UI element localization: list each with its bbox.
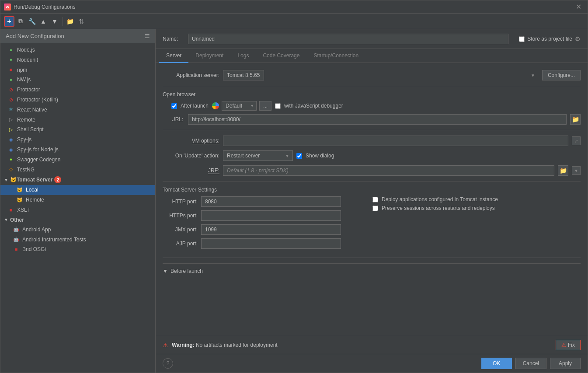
js-debugger-checkbox[interactable] xyxy=(275,103,281,109)
on-update-select[interactable]: Restart server xyxy=(223,150,293,161)
sidebar-item-spy-js-node[interactable]: ◈ Spy-js for Node.js xyxy=(0,145,155,155)
preserve-sessions-checkbox[interactable] xyxy=(372,206,378,211)
separator-1 xyxy=(163,86,581,86)
other-section[interactable]: ▼ Other xyxy=(0,215,155,225)
move-down-button[interactable]: ▼ xyxy=(49,16,60,27)
sidebar-item-tomcat-local[interactable]: 🐱 Local xyxy=(0,185,155,195)
jre-browse-button[interactable]: 📁 xyxy=(558,165,568,176)
xslt-icon: ■ xyxy=(7,206,14,213)
tab-logs[interactable]: Logs xyxy=(230,49,256,63)
show-dialog-checkbox[interactable] xyxy=(296,153,302,159)
sidebar-item-tomcat-remote[interactable]: 🐱 Remote xyxy=(0,195,155,205)
store-settings-gear-icon[interactable]: ⚙ xyxy=(575,35,581,42)
sidebar-item-label: NW.js xyxy=(17,76,31,84)
chrome-icon xyxy=(212,102,219,109)
browser-select[interactable]: Default xyxy=(222,101,257,111)
tab-code-coverage[interactable]: Code Coverage xyxy=(256,49,306,63)
add-new-config-header: Add New Configuration ☰ xyxy=(0,29,155,43)
tabs-bar: Server Deployment Logs Code Coverage Sta… xyxy=(156,49,588,63)
fix-button[interactable]: ⚠ Fix xyxy=(556,340,581,350)
remote-icon: ▷ xyxy=(7,116,14,123)
after-launch-checkbox[interactable] xyxy=(171,103,177,109)
url-input[interactable] xyxy=(188,114,567,125)
configure-button[interactable]: Configure... xyxy=(542,70,581,80)
deploy-configured-row: Deploy applications configured in Tomcat… xyxy=(372,196,581,202)
sidebar-item-spy-js[interactable]: ◈ Spy-js xyxy=(0,135,155,145)
right-panel: Name: Store as project file ⚙ Server Dep… xyxy=(156,29,588,373)
name-input[interactable] xyxy=(188,34,508,44)
sidebar-item-protractor[interactable]: ⊘ Protractor xyxy=(0,85,155,95)
before-launch-arrow[interactable]: ▼ xyxy=(163,268,168,274)
add-config-button[interactable]: + xyxy=(4,16,14,27)
settings-button[interactable]: 🔧 xyxy=(27,16,37,27)
sort-button[interactable]: ⇅ xyxy=(76,16,87,27)
sidebar-item-label: Spy-js xyxy=(17,136,31,143)
testng-icon: ◇ xyxy=(7,166,14,173)
store-as-project-checkbox[interactable] xyxy=(519,36,525,42)
deploy-configured-checkbox[interactable] xyxy=(372,197,378,202)
separator-2 xyxy=(163,130,581,130)
sidebar-item-swagger[interactable]: ● Swagger Codegen xyxy=(0,155,155,165)
jmx-port-label: JMX port: xyxy=(163,227,198,233)
sidebar-item-protractor-kotlin[interactable]: ⊘ Protractor (Kotlin) xyxy=(0,95,155,105)
folder-button[interactable]: 📁 xyxy=(65,16,75,27)
jre-dropdown-button[interactable]: ▼ xyxy=(572,166,581,175)
tab-deployment[interactable]: Deployment xyxy=(188,49,230,63)
sidebar-item-testng[interactable]: ◇ TestNG xyxy=(0,165,155,175)
url-row: URL: 📁 xyxy=(171,114,581,125)
npm-icon: ■ xyxy=(7,66,14,73)
sidebar-item-npm[interactable]: ■ npm xyxy=(0,65,155,75)
react-native-icon: ⚛ xyxy=(7,106,14,113)
tab-startup-connection[interactable]: Startup/Connection xyxy=(306,49,365,63)
sidebar-item-xslt[interactable]: ■ XSLT xyxy=(0,205,155,215)
tomcat-server-section[interactable]: ▼ 🐱 Tomcat Server 2 xyxy=(0,174,155,185)
sidebar-item-label: Protractor (Kotlin) xyxy=(17,96,58,104)
http-port-input[interactable] xyxy=(201,196,341,207)
toolbar: + ⧉ 🔧 ▲ ▼ 📁 ⇅ xyxy=(0,14,588,29)
tomcat-settings-title: Tomcat Server Settings xyxy=(163,187,581,193)
sidebar-item-nodeunit[interactable]: ● Nodeunit xyxy=(0,55,155,65)
vm-options-expand-button[interactable]: ⤢ xyxy=(572,136,581,145)
copy-config-button[interactable]: ⧉ xyxy=(15,16,26,27)
help-button[interactable]: ? xyxy=(163,358,173,369)
https-port-row: HTTPs port: xyxy=(163,210,355,221)
ok-button[interactable]: OK xyxy=(481,358,512,369)
jmx-port-input[interactable] xyxy=(201,224,341,235)
sidebar-item-react-native[interactable]: ⚛ React Native xyxy=(0,105,155,115)
nodeunit-icon: ● xyxy=(7,56,14,63)
name-row: Name: Store as project file ⚙ xyxy=(156,29,588,49)
close-button[interactable]: ✕ xyxy=(573,2,584,12)
tomcat-local-icon: 🐱 xyxy=(16,187,23,194)
move-up-button[interactable]: ▲ xyxy=(38,16,49,27)
collapse-icon[interactable]: ☰ xyxy=(145,33,150,39)
jre-label: JRE: xyxy=(163,167,219,174)
sidebar-item-remote[interactable]: ▷ Remote xyxy=(0,115,155,125)
https-port-input[interactable] xyxy=(201,210,341,221)
tab-server[interactable]: Server xyxy=(159,49,188,63)
http-port-label: HTTP port: xyxy=(163,199,198,205)
app-server-select[interactable]: Tomcat 8.5.65 xyxy=(223,70,264,80)
warning-bold: Warning: xyxy=(172,342,195,348)
separator-3 xyxy=(163,181,581,181)
vm-options-input[interactable] xyxy=(223,136,568,146)
sidebar-item-bnd-osgi[interactable]: ■ Bnd OSGi xyxy=(0,244,155,254)
jre-input[interactable] xyxy=(223,165,554,176)
cancel-button[interactable]: Cancel xyxy=(515,358,546,369)
apply-button[interactable]: Apply xyxy=(550,358,581,369)
android-app-icon: 🤖 xyxy=(13,226,20,233)
sidebar-item-nwjs[interactable]: ● NW.js xyxy=(0,75,155,85)
sidebar-item-label: XSLT xyxy=(17,206,30,214)
browser-dots-button[interactable]: ... xyxy=(259,101,271,111)
app-server-row: Application server: Tomcat 8.5.65 Config… xyxy=(163,70,581,80)
sidebar-item-android-app[interactable]: 🤖 Android App xyxy=(0,225,155,235)
https-port-label: HTTPs port: xyxy=(163,213,198,219)
sidebar-item-shell-script[interactable]: ▷ Shell Script xyxy=(0,125,155,135)
protractor-icon: ⊘ xyxy=(7,87,14,94)
sidebar-item-nodejs[interactable]: ● Node.js xyxy=(0,45,155,55)
sidebar-item-label: Remote xyxy=(17,116,35,124)
ajp-port-input[interactable] xyxy=(201,238,341,249)
on-update-select-wrapper: Restart server xyxy=(223,150,293,161)
before-launch-label: Before launch xyxy=(170,268,203,274)
url-browse-button[interactable]: 📁 xyxy=(570,114,581,125)
sidebar-item-android-instrumented[interactable]: 🤖 Android Instrumented Tests xyxy=(0,235,155,245)
